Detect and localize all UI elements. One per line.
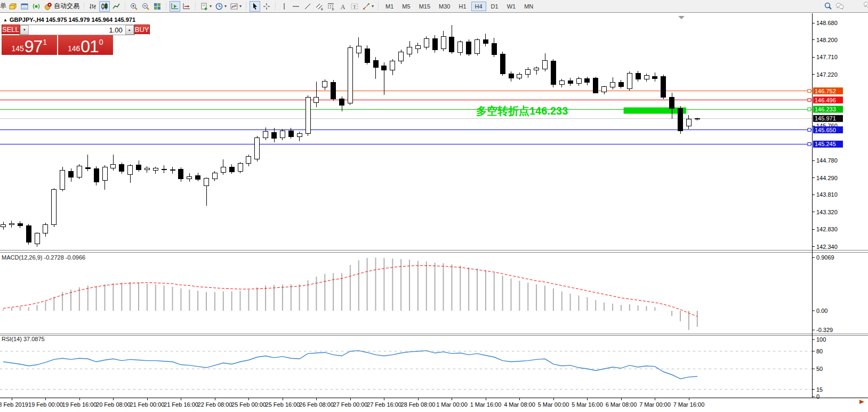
candle-bear [373, 60, 378, 67]
candle-bear [492, 43, 496, 54]
indicators-icon[interactable]: ▾ [199, 1, 213, 12]
line-chart-icon[interactable] [111, 1, 122, 12]
candle-bull [43, 224, 48, 233]
toolbar-overflow-icon[interactable] [863, 1, 868, 11]
chat-button[interactable] [834, 1, 845, 11]
time-axis-label: 1 Mar 00:00 [436, 401, 468, 408]
hline-icon[interactable] [291, 1, 301, 12]
bars-icon[interactable] [87, 1, 98, 12]
signal-icon [32, 2, 41, 11]
sell-button[interactable]: SELL [2, 25, 20, 35]
trendline-icon [303, 2, 312, 11]
zoom-in-icon[interactable] [128, 1, 139, 12]
price-level-lines[interactable] [0, 91, 812, 144]
candle-bear [162, 169, 166, 169]
price-badge-label: 145.650 [815, 127, 836, 133]
chart-shift-icon[interactable] [170, 1, 180, 12]
toolbar-grip [195, 2, 196, 11]
macd-tick-label: -0.329 [816, 327, 833, 333]
cursor-icon[interactable] [250, 1, 260, 12]
volume-input[interactable] [29, 25, 125, 35]
price-tick-label: 147.220 [816, 71, 838, 78]
toolbar-grip [124, 2, 126, 11]
buy-price-display[interactable]: 146010 [58, 35, 114, 55]
bars-icon [89, 2, 97, 11]
timeframe-m30[interactable]: M30 [435, 2, 454, 11]
pivot-annotation-text[interactable]: 多空转折点146.233 [476, 104, 568, 118]
periods-icon[interactable]: ▾ [214, 1, 228, 12]
timeframe-h1[interactable]: H1 [455, 2, 470, 11]
shapes-icon[interactable]: ▾ [361, 1, 375, 12]
candle-bear [26, 225, 31, 243]
candle-bull [187, 177, 192, 179]
candle-bull [543, 60, 548, 69]
timeframe-d1[interactable]: D1 [487, 2, 502, 11]
svg-text:T: T [353, 4, 356, 9]
zoom-in-icon [130, 2, 138, 11]
macd-pane: 0.90690.00-0.329 [3, 254, 834, 333]
candle-bear [136, 165, 141, 169]
volume-decrease-button[interactable]: ▼ [20, 25, 29, 35]
pane-frames [0, 13, 868, 398]
channel-icon[interactable]: E [314, 1, 325, 12]
collapse-panel-arrow[interactable]: ▲ [3, 18, 7, 22]
vline-icon[interactable] [279, 1, 290, 12]
shapes-icon [362, 2, 371, 11]
zoom-out-icon[interactable] [140, 1, 151, 12]
auto-scroll-icon[interactable] [181, 1, 192, 12]
candle-bull [153, 168, 158, 171]
chart-svg[interactable]: 148.680148.200147.710147.220145.760144.7… [0, 13, 868, 412]
candle-bear [119, 165, 124, 172]
timeframe-w1[interactable]: W1 [503, 2, 520, 11]
candle-bull [1, 225, 6, 227]
search-icon [824, 2, 832, 10]
autotrading-label: 自动交易 [54, 2, 79, 11]
periods-icon [215, 2, 223, 11]
candle-bear [18, 223, 22, 225]
templates-icon[interactable]: ▾ [229, 1, 243, 12]
buy-button[interactable]: BUY [134, 25, 150, 35]
price-tick-label: 142.830 [816, 226, 838, 232]
crosshair-icon[interactable] [261, 1, 272, 12]
candle-bull [111, 165, 116, 168]
timeframe-m15[interactable]: M15 [415, 2, 434, 11]
sell-price-display[interactable]: 145971 [2, 35, 57, 55]
timeframe-mn[interactable]: MN [520, 2, 537, 11]
time-axis-label: 18 Feb 2019 [0, 401, 28, 408]
price-tick-label: 143.320 [816, 209, 838, 215]
dropdown-arrow-icon: ▾ [210, 4, 212, 9]
time-axis-label: 19 Feb 00:00 [28, 401, 63, 408]
line-chart-icon [112, 2, 120, 11]
timeframe-h4[interactable]: H4 [471, 2, 486, 11]
market-watch-icon[interactable] [7, 1, 18, 12]
new-order-button[interactable]: 单 [0, 2, 7, 11]
candle-bear [69, 171, 74, 177]
dropdown-arrow-icon: ▾ [239, 4, 242, 9]
candle-bull [306, 97, 310, 133]
highlight-rectangle[interactable] [624, 108, 687, 114]
time-axis-label: 25 Feb 00:00 [231, 401, 266, 408]
volume-increase-button[interactable]: ▲ [125, 25, 134, 35]
time-axis-label: 5 Mar 00:00 [538, 401, 569, 408]
svg-text:F: F [332, 8, 334, 11]
tile-windows-icon[interactable] [152, 1, 163, 12]
candle-bear [483, 40, 488, 44]
scroll-marker-icon[interactable] [678, 16, 685, 19]
signal-icon[interactable] [31, 1, 42, 12]
text-icon[interactable]: A [337, 1, 348, 12]
candle-bear [179, 169, 183, 179]
volume-control: ▼ ▲ [20, 25, 134, 35]
fibonacci-icon[interactable]: F [326, 1, 336, 12]
text-label-icon[interactable]: T [349, 1, 360, 12]
candles-icon[interactable] [99, 1, 110, 12]
search-button[interactable] [823, 1, 833, 11]
price-tick-label: 143.810 [816, 191, 838, 198]
candlestick-series[interactable] [1, 25, 700, 247]
candle-bear [94, 168, 99, 182]
autotrading-button[interactable]: 自动交易 [43, 1, 81, 12]
timeframe-m1[interactable]: M1 [382, 2, 397, 11]
time-axis-label: 7 Mar 16:00 [673, 401, 705, 408]
trendline-icon[interactable] [302, 1, 313, 12]
data-window-icon[interactable] [19, 1, 30, 12]
timeframe-m5[interactable]: M5 [398, 2, 414, 11]
